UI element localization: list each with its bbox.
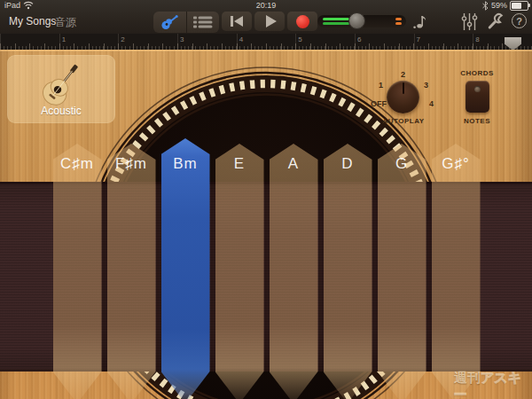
instrument-name: Acoustic [7,105,115,117]
strip-gap-shadow [210,182,215,372]
rewind-icon [231,16,243,27]
tracks-view-button[interactable] [187,12,220,33]
chord-label: C♯m [53,155,102,173]
instrument-view-button[interactable] [153,12,187,33]
autoplay-control: OFF 1 2 3 4 AUTOPLAY [369,67,438,128]
acoustic-guitar-image [32,59,90,112]
play-button[interactable] [254,12,285,31]
mixer-sliders-icon[interactable] [461,12,478,31]
bar-number: 4 [239,35,243,43]
chord-strip-E[interactable]: E [215,144,264,399]
autoplay-pos-1: 1 [379,81,383,90]
chord-strip-D[interactable]: D [324,144,372,399]
autoplay-knob[interactable] [387,81,419,113]
record-icon [296,15,309,28]
play-icon [266,15,277,27]
my-songs-button[interactable]: My Songs [9,15,56,27]
watermark: 週刊アスキー [454,370,532,399]
rewind-button[interactable] [222,12,252,31]
strip-gap-shadow [426,182,432,372]
knob-pointer [403,82,404,94]
chord-strip-G[interactable]: G [378,144,426,399]
top-chrome: iPad 20:19 59% My Songs 音源 [0,0,532,34]
chords-notes-switch-group: CHORDS NOTES [454,67,500,128]
volume-knob[interactable] [348,12,365,29]
bar-number: 5 [298,35,301,43]
bar-number: 6 [357,35,361,43]
chords-label: CHORDS [454,69,500,77]
chords-notes-switch[interactable] [466,81,489,113]
record-button[interactable] [287,12,317,31]
instruments-button[interactable]: 音源 [55,15,76,30]
battery-icon [510,1,528,11]
autoplay-pos-3: 3 [424,81,428,90]
autoplay-title: AUTOPLAY [369,117,438,125]
toolbar: My Songs 音源 [0,11,532,34]
notes-label: NOTES [454,117,500,125]
chord-label: Bm [161,155,210,173]
status-bar: iPad 20:19 59% [0,0,532,11]
chord-label: G [378,155,426,173]
chord-label: E [215,155,264,173]
level-led-bottom [323,22,349,25]
autoplay-pos-4: 4 [429,99,434,108]
garageband-smart-guitar-screen: iPad 20:19 59% My Songs 音源 [0,0,532,399]
bar-number: 7 [417,35,420,43]
clip-led-bottom [395,22,402,25]
chord-label: A [270,155,318,173]
guitar-body: C♯mF♯mBmEADGG♯° Acoustic OFF 1 2 3 [0,50,532,399]
autoplay-pos-2: 2 [401,70,405,79]
battery-percent: 59% [491,0,507,11]
level-led-top [323,18,349,20]
strip-gap-shadow [102,182,107,372]
help-icon[interactable]: ? [512,13,527,28]
switch-indicator-dot [474,86,481,92]
wrench-icon[interactable] [487,12,505,31]
tracks-view-icon [193,16,213,28]
chord-strip-Gsharpdim[interactable]: G♯° [432,144,481,399]
chord-strip-A[interactable]: A [270,144,318,399]
chord-strip-Csharpm[interactable]: C♯m [53,144,102,399]
bar-number: 3 [180,35,184,43]
bluetooth-icon [482,1,489,11]
view-segmented-control [153,12,219,33]
chord-strip-Fsharpm[interactable]: F♯m [107,144,156,399]
timeline-ruler[interactable]: 12345678 [0,34,532,50]
note-monitor-icon[interactable] [412,12,430,30]
strip-gap-shadow [372,182,378,372]
bar-number: 1 [62,35,66,43]
instrument-card[interactable]: Acoustic [7,55,115,123]
clock: 20:19 [0,0,532,11]
clip-led-top [395,18,402,20]
strip-gap-shadow [264,182,270,372]
bar-number: 2 [121,35,124,43]
guitar-instrument-icon [160,14,179,30]
autoplay-off-label: OFF [371,99,387,108]
chord-label: G♯° [432,155,481,173]
chord-label: F♯m [107,155,156,173]
watermark-part1: 週刊 [454,370,481,385]
bar-number: 8 [475,35,479,43]
strip-gap-shadow [156,182,161,372]
strip-gap-shadow [318,182,324,372]
chord-strip-Bm[interactable]: Bm [161,138,210,399]
master-volume-slider[interactable] [317,15,406,27]
chord-label: D [324,155,372,173]
